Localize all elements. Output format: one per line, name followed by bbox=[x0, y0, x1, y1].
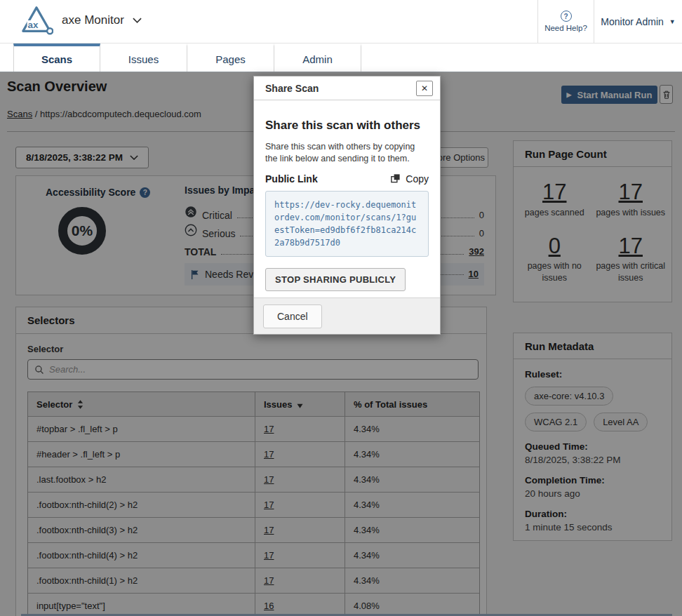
user-menu[interactable]: Monitor Admin ▼ bbox=[594, 0, 682, 43]
tab-issues[interactable]: Issues bbox=[100, 43, 187, 72]
tab-scans[interactable]: Scans bbox=[13, 43, 100, 72]
chevron-down-icon bbox=[133, 18, 142, 23]
modal-header: Share Scan ✕ bbox=[254, 76, 440, 100]
axe-logo: ax bbox=[20, 5, 53, 36]
main-nav: Scans Issues Pages Admin bbox=[0, 43, 682, 72]
user-menu-label: Monitor Admin bbox=[601, 16, 663, 27]
tab-label: Pages bbox=[215, 53, 246, 65]
copy-link-button[interactable]: Copy bbox=[390, 173, 429, 185]
modal-footer: Cancel bbox=[254, 297, 440, 334]
copy-icon bbox=[390, 173, 401, 184]
cancel-button[interactable]: Cancel bbox=[263, 304, 322, 328]
header-right: ? Need Help? Monitor Admin ▼ bbox=[537, 0, 682, 43]
public-link-value[interactable]: https://dev-rocky.dequemonitordev.com/mo… bbox=[265, 191, 429, 257]
tab-label: Scans bbox=[41, 53, 72, 65]
close-button[interactable]: ✕ bbox=[416, 81, 433, 96]
help-icon: ? bbox=[561, 11, 572, 22]
tab-pages[interactable]: Pages bbox=[187, 43, 274, 72]
brand-menu[interactable]: ax axe Monitor bbox=[20, 5, 142, 36]
need-help-label: Need Help? bbox=[544, 24, 587, 32]
modal-heading: Share this scan with others bbox=[265, 119, 429, 133]
close-icon: ✕ bbox=[421, 83, 428, 93]
tab-admin[interactable]: Admin bbox=[274, 43, 361, 72]
modal-description: Share this scan with others by copying t… bbox=[265, 141, 429, 165]
share-scan-modal: Share Scan ✕ Share this scan with others… bbox=[253, 76, 441, 335]
tab-label: Issues bbox=[128, 53, 159, 65]
stop-sharing-button[interactable]: STOP SHARING PUBLICLY bbox=[265, 268, 406, 291]
tab-label: Admin bbox=[302, 53, 333, 65]
app-root: ax axe Monitor ? Need Help? Monitor Admi… bbox=[0, 0, 682, 616]
need-help-button[interactable]: ? Need Help? bbox=[537, 0, 594, 43]
app-header: ax axe Monitor ? Need Help? Monitor Admi… bbox=[0, 0, 682, 43]
copy-label: Copy bbox=[406, 173, 429, 185]
chevron-down-icon: ▼ bbox=[669, 18, 676, 25]
svg-text:ax: ax bbox=[28, 20, 39, 30]
brand-label: axe Monitor bbox=[62, 13, 124, 27]
modal-title: Share Scan bbox=[265, 83, 319, 94]
public-link-label: Public Link bbox=[265, 173, 318, 185]
